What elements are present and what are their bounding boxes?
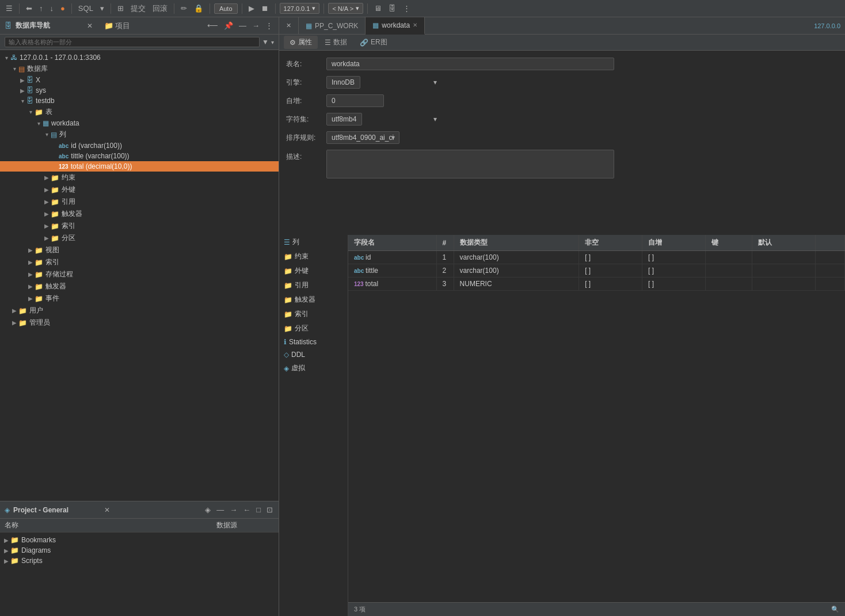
table-scroll[interactable]: 字段名 # 数据类型 非空 自增 键 默认: [348, 235, 845, 602]
filter-icon[interactable]: ▼: [262, 38, 269, 46]
auto-button[interactable]: Auto: [214, 3, 238, 14]
tree-columns[interactable]: ▾ ▤ 列: [0, 128, 279, 140]
rtree-partitions[interactable]: 📁 分区: [279, 321, 348, 336]
tab-pp-c-work[interactable]: ▦ PP_C_WORK: [299, 17, 366, 35]
sql-dropdown[interactable]: ▾: [98, 3, 106, 14]
rtree-ddl[interactable]: ◇ DDL: [279, 348, 348, 361]
rtree-indexes[interactable]: 📁 索引: [279, 307, 348, 321]
workdata-tab-close[interactable]: ✕: [413, 22, 417, 28]
nav-more[interactable]: ⋮: [264, 20, 274, 31]
db-nav-close[interactable]: ✕: [87, 22, 93, 30]
tree-col-tittle[interactable]: abc tittle (varchar(100)): [0, 151, 279, 161]
proj-diagrams[interactable]: ▶ 📁 Diagrams: [0, 545, 279, 556]
tree-ref[interactable]: ▶ 📁 引用: [0, 196, 279, 208]
rtree-columns[interactable]: ☰ 列: [279, 235, 348, 249]
rtree-virtual[interactable]: ◈ 虚拟: [279, 361, 348, 375]
tree-constraints[interactable]: ▶ 📁 约束: [0, 172, 279, 184]
up-icon[interactable]: ↑: [37, 3, 45, 14]
more-icon[interactable]: ⋮: [401, 3, 413, 14]
menu-icon[interactable]: ☰: [3, 3, 15, 14]
rollback-label[interactable]: 回滚: [150, 2, 170, 15]
rtree-triggers[interactable]: 📁 触发器: [279, 292, 348, 307]
color-icon[interactable]: ●: [58, 3, 67, 14]
nav-action-4[interactable]: →: [251, 20, 261, 31]
prop-row-autoinc: 自增:: [286, 94, 838, 107]
proj-action-6[interactable]: ⊡: [265, 504, 274, 515]
rtree-ref[interactable]: 📁 引用: [279, 278, 348, 292]
pp-label: PP_C_WORK: [315, 22, 358, 30]
table-row[interactable]: abc id 1 varchar(100) [ ] [ ]: [348, 251, 845, 264]
tree-fk[interactable]: ▶ 📁 外键: [0, 184, 279, 196]
proj-action-4[interactable]: ←: [242, 504, 252, 515]
na-dropdown[interactable]: < N/A > ▾: [328, 3, 363, 14]
rtree-constraints[interactable]: 📁 约束: [279, 249, 348, 264]
sub-tab-props[interactable]: ⚙ 属性: [284, 36, 318, 49]
sub-tab-er[interactable]: 🔗 ER图: [354, 36, 393, 49]
nav-action-2[interactable]: 📌: [223, 20, 234, 31]
proj-scripts[interactable]: ▶ 📁 Scripts: [0, 556, 279, 566]
prop-input-autoinc[interactable]: [326, 94, 384, 107]
arrow-icon[interactable]: ⬅: [24, 3, 35, 14]
tree-db-testdb[interactable]: ▾ 🗄 testdb: [0, 96, 279, 106]
tree-views[interactable]: ▶ 📁 视图: [0, 244, 279, 256]
search-input[interactable]: [5, 37, 260, 47]
top-toolbar: ☰ ⬅ ↑ ↓ ● SQL ▾ ⊞ 提交 回滚 ✏ 🔒 Auto ▶ ⏹ 127…: [0, 0, 845, 17]
rtree-fk[interactable]: 📁 外键: [279, 264, 348, 278]
proj-action-1[interactable]: ◈: [204, 504, 212, 515]
grid-icon[interactable]: ⊞: [115, 3, 126, 14]
tree-tables[interactable]: ▾ 📁 表: [0, 106, 279, 118]
ip-dropdown[interactable]: 127.0.0.1 ▾: [280, 3, 320, 14]
events-arrow: ▶: [26, 295, 35, 302]
tree-db-sys[interactable]: ▶ 🗄 sys: [0, 85, 279, 96]
proj-action-5[interactable]: □: [255, 504, 262, 515]
ip-label: 127.0.0.1: [284, 5, 310, 12]
lock-icon[interactable]: 🔒: [192, 3, 205, 14]
proj-action-3[interactable]: →: [229, 504, 238, 515]
rtree-statistics[interactable]: ℹ Statistics: [279, 336, 348, 348]
rtree-tri-label: 触发器: [295, 295, 315, 305]
tree-procedures[interactable]: ▶ 📁 存储过程: [0, 268, 279, 280]
prop-textarea-desc[interactable]: [326, 150, 614, 178]
tree-workdata[interactable]: ▾ ▦ workdata: [0, 118, 279, 128]
project-tab[interactable]: 📁 项目: [103, 20, 132, 32]
proj-bookmarks[interactable]: ▶ 📁 Bookmarks: [0, 535, 279, 545]
tree-root[interactable]: ▾ 🖧 127.0.0.1 - 127.0.0.1:3306: [0, 52, 279, 63]
tree-events[interactable]: ▶ 📁 事件: [0, 292, 279, 305]
tree-admin[interactable]: ▶ 📁 管理员: [0, 317, 279, 329]
tree-triggers2[interactable]: ▶ 📁 触发器: [0, 280, 279, 292]
partitions-arrow: ▶: [43, 235, 51, 241]
tree-indexes[interactable]: ▶ 📁 索引: [0, 220, 279, 232]
workdata-arrow: ▾: [35, 120, 43, 127]
table-row[interactable]: 123 total 3 NUMERIC [ ] [ ]: [348, 277, 845, 291]
tab-close-btn[interactable]: ✕: [279, 17, 299, 35]
prop-select-engine[interactable]: InnoDB: [326, 76, 360, 89]
table-row[interactable]: abc tittle 2 varchar(100) [ ] [ ]: [348, 264, 845, 277]
nav-action-1[interactable]: ⟵: [206, 20, 219, 31]
tree-db-x[interactable]: ▶ 🗄 X: [0, 75, 279, 85]
down-icon[interactable]: ↓: [48, 3, 56, 14]
prop-input-tablename[interactable]: [326, 58, 614, 70]
prop-select-charset[interactable]: utf8mb4: [326, 113, 362, 126]
nav-action-3[interactable]: —: [238, 20, 248, 31]
tree-col-id[interactable]: abc id (varchar(100)): [0, 140, 279, 151]
tree-indexes2[interactable]: ▶ 📁 索引: [0, 256, 279, 268]
sub-tab-data[interactable]: ☰ 数据: [319, 36, 353, 49]
tree-databases[interactable]: ▾ ▤ 数据库: [0, 63, 279, 75]
tree-users[interactable]: ▶ 📁 用户: [0, 305, 279, 317]
tab-workdata[interactable]: ▦ workdata ✕: [366, 17, 425, 35]
edit-icon[interactable]: ✏: [178, 3, 189, 14]
prop-select-collation[interactable]: utf8mb4_0900_ai_ci: [326, 131, 399, 144]
proj-action-2[interactable]: —: [215, 504, 225, 515]
stop-icon[interactable]: ⏹: [259, 3, 271, 14]
db-icon[interactable]: 🗄: [386, 3, 398, 14]
main-layout: 🗄 数据库导航 ✕ 📁 项目 ⟵ 📌 — → ⋮ ▼ ▾: [0, 17, 845, 616]
play-icon[interactable]: ▶: [246, 3, 257, 14]
submit-label[interactable]: 提交: [128, 2, 148, 15]
scripts-label: Scripts: [21, 557, 43, 565]
project-close[interactable]: ✕: [104, 506, 110, 514]
filter-icon2[interactable]: ▾: [271, 39, 274, 45]
monitor-icon[interactable]: 🖥: [372, 3, 384, 14]
tree-partitions[interactable]: ▶ 📁 分区: [0, 232, 279, 244]
tree-col-total[interactable]: 123 total (decimal(10,0)): [0, 161, 279, 172]
tree-triggers[interactable]: ▶ 📁 触发器: [0, 208, 279, 220]
